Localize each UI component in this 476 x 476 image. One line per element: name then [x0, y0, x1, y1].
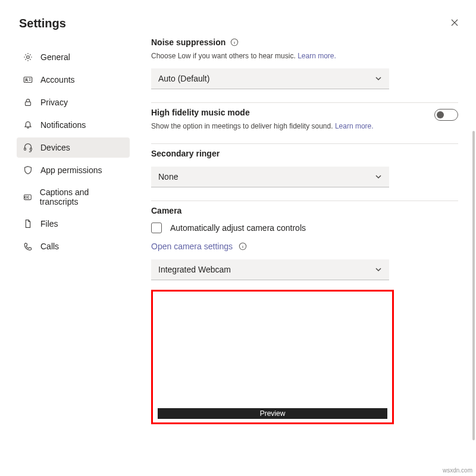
noise-suppression-select[interactable]: Auto (Default): [151, 68, 389, 89]
svg-rect-3: [26, 102, 31, 105]
svg-rect-5: [30, 148, 32, 151]
svg-rect-6: [24, 195, 32, 199]
sidebar-item-label: Calls: [40, 242, 59, 251]
open-camera-settings-link[interactable]: Open camera settings: [151, 242, 233, 251]
sidebar-item-label: App permissions: [40, 165, 102, 175]
sidebar-item-label: Privacy: [40, 98, 68, 107]
sidebar-item-accounts[interactable]: Accounts: [17, 70, 130, 90]
id-card-icon: [23, 74, 33, 85]
settings-sidebar: Settings General Accounts Privacy Notifi…: [0, 0, 137, 476]
svg-point-2: [26, 79, 27, 80]
scrollbar[interactable]: [472, 36, 475, 440]
phone-icon: [23, 241, 33, 252]
sidebar-item-general[interactable]: General: [17, 47, 130, 67]
noise-heading: Noise suppression: [151, 37, 226, 47]
noise-desc: Choose Low if you want others to hear mu…: [151, 52, 296, 60]
camera-section: Camera Automatically adjust camera contr…: [151, 201, 458, 437]
noise-suppression-section: Noise suppression Choose Low if you want…: [151, 33, 458, 102]
svg-rect-1: [24, 77, 32, 83]
secondary-ringer-section: Secondary ringer None: [151, 144, 458, 201]
scrollbar-thumb[interactable]: [472, 131, 475, 440]
camera-value: Integrated Webcam: [158, 265, 231, 274]
sidebar-item-label: Files: [40, 219, 58, 228]
sidebar-item-privacy[interactable]: Privacy: [17, 92, 130, 112]
auto-adjust-checkbox[interactable]: [151, 223, 162, 233]
sidebar-item-files[interactable]: Files: [17, 214, 130, 234]
sidebar-item-label: General: [40, 52, 70, 62]
info-icon[interactable]: [239, 242, 247, 250]
sidebar-item-label: Notifications: [40, 120, 86, 130]
ringer-heading: Secondary ringer: [151, 149, 220, 158]
sidebar-item-label: Accounts: [40, 75, 75, 84]
ringer-value: None: [158, 172, 178, 181]
info-icon[interactable]: [230, 38, 239, 46]
preview-label: Preview: [158, 408, 387, 419]
close-icon[interactable]: [450, 18, 459, 27]
gear-icon: [23, 52, 33, 62]
svg-point-0: [27, 56, 30, 59]
chevron-down-icon: [375, 75, 382, 82]
sidebar-item-calls[interactable]: Calls: [17, 236, 130, 256]
auto-adjust-label: Automatically adjust camera controls: [170, 223, 306, 233]
camera-heading: Camera: [151, 206, 181, 215]
bell-icon: [23, 120, 33, 130]
sidebar-item-app-permissions[interactable]: App permissions: [17, 160, 130, 180]
watermark: wsxdn.com: [443, 467, 472, 474]
noise-learn-more-link[interactable]: Learn more.: [298, 52, 336, 60]
sidebar-item-label: Devices: [40, 143, 70, 152]
hifi-section: High fidelity music mode Show the option…: [151, 103, 458, 143]
hifi-desc: Show the option in meetings to deliver h…: [151, 122, 333, 130]
camera-preview: Preview: [151, 290, 394, 424]
sidebar-item-devices[interactable]: Devices: [17, 137, 130, 158]
lock-icon: [23, 97, 33, 108]
sidebar-item-notifications[interactable]: Notifications: [17, 115, 130, 135]
chevron-down-icon: [375, 266, 382, 273]
page-title: Settings: [17, 17, 130, 30]
hifi-heading: High fidelity music mode: [151, 108, 250, 117]
sidebar-item-captions[interactable]: Captions and transcripts: [17, 183, 130, 211]
hifi-learn-more-link[interactable]: Learn more.: [335, 122, 374, 130]
captions-icon: [23, 192, 33, 202]
headset-icon: [23, 142, 33, 153]
chevron-down-icon: [375, 173, 382, 180]
camera-select[interactable]: Integrated Webcam: [151, 259, 389, 280]
secondary-ringer-select[interactable]: None: [151, 167, 389, 187]
file-icon: [23, 218, 33, 229]
svg-rect-4: [24, 148, 26, 151]
noise-value: Auto (Default): [158, 74, 209, 83]
shield-icon: [23, 165, 33, 176]
hifi-toggle[interactable]: [434, 109, 458, 121]
sidebar-item-label: Captions and transcripts: [40, 187, 124, 206]
settings-main: Noise suppression Choose Low if you want…: [137, 0, 476, 476]
